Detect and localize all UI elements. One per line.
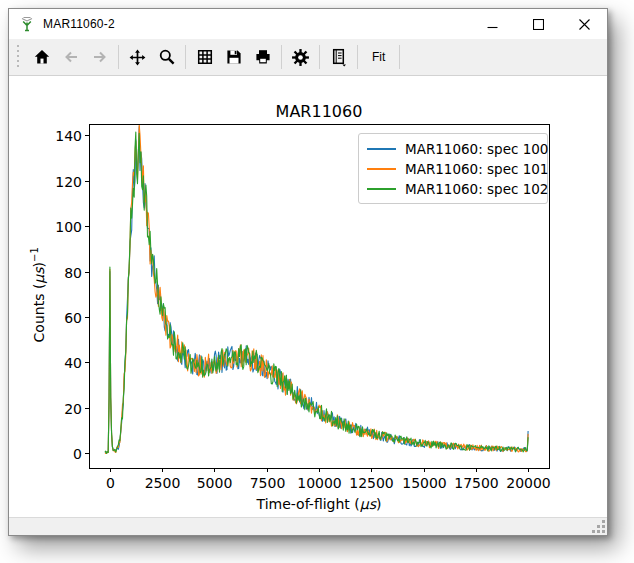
plot-window: MAR11060-2 [8,8,608,536]
maximize-icon [533,19,544,30]
toolbar-separator [281,45,282,69]
x-tick-label: 15000 [397,475,453,491]
legend-item: MAR11060: spec 101 [367,160,537,177]
toolbar-separator [319,45,320,69]
printer-icon [254,48,272,66]
caption-buttons [469,9,607,39]
title-bar[interactable]: MAR11060-2 [9,9,607,39]
plot-toolbar: Fit [9,39,607,76]
toolbar-separator [357,45,358,69]
script-icon [329,48,348,67]
toolbar-separator [399,45,400,69]
legend-line-swatch [367,168,396,170]
print-button[interactable] [248,43,277,72]
legend-line-swatch [367,188,396,190]
home-icon [33,48,51,66]
plot-title: MAR11060 [89,102,549,121]
x-tick-label: 2500 [135,475,191,491]
x-tick-label: 12500 [344,475,400,491]
x-tick-label: 0 [83,475,139,491]
subplots-button[interactable] [190,43,219,72]
zoom-button[interactable] [152,43,181,72]
legend-line-swatch [367,148,396,150]
y-tick-label: 0 [44,446,82,462]
legend[interactable]: MAR11060: spec 100 MAR11060: spec 101 MA… [358,133,548,204]
forward-button[interactable] [85,43,114,72]
toolbar-drag-handle[interactable] [15,45,21,69]
legend-item: MAR11060: spec 100 [367,140,537,157]
customize-button[interactable] [286,43,315,72]
legend-item: MAR11060: spec 102 [367,180,537,197]
toolbar-separator [118,45,119,69]
y-tick-label: 120 [44,174,82,190]
y-tick-label: 40 [44,355,82,371]
mantid-logo-icon [19,16,35,32]
generate-script-button[interactable] [324,43,353,72]
x-axis-label: Time-of-flight (μs) [89,496,549,512]
x-tick-label: 10000 [292,475,348,491]
x-tick-label: 20000 [501,475,557,491]
save-floppy-icon [225,48,243,66]
legend-label: MAR11060: spec 102 [405,181,548,197]
pan-button[interactable] [123,43,152,72]
resize-grip[interactable] [592,520,605,533]
minimize-icon [487,19,498,30]
y-tick-label: 140 [44,128,82,144]
magnifier-icon [158,48,176,66]
pan-move-icon [128,48,147,67]
figure-canvas[interactable]: MAR11060 Time-of-flight (μs) Counts (μs)… [9,76,607,517]
y-tick-label: 80 [44,265,82,281]
gear-icon [291,48,310,67]
back-arrow-icon [62,48,80,66]
x-tick-label: 7500 [240,475,296,491]
forward-arrow-icon [91,48,109,66]
maximize-button[interactable] [515,9,561,39]
y-tick-label: 60 [44,310,82,326]
grid-icon [196,48,214,66]
close-icon [579,19,590,30]
window-title: MAR11060-2 [43,17,115,31]
close-button[interactable] [561,9,607,39]
y-tick-label: 20 [44,401,82,417]
fit-button[interactable]: Fit [362,43,395,72]
x-tick-label: 17500 [449,475,505,491]
legend-label: MAR11060: spec 101 [405,161,548,177]
back-button[interactable] [56,43,85,72]
toolbar-separator [185,45,186,69]
home-button[interactable] [27,43,56,72]
y-tick-label: 100 [44,219,82,235]
save-button[interactable] [219,43,248,72]
x-tick-label: 5000 [187,475,243,491]
minimize-button[interactable] [469,9,515,39]
legend-label: MAR11060: spec 100 [405,141,548,157]
status-bar [9,517,607,535]
y-axis-label: Counts (μs)−1 [29,215,47,375]
